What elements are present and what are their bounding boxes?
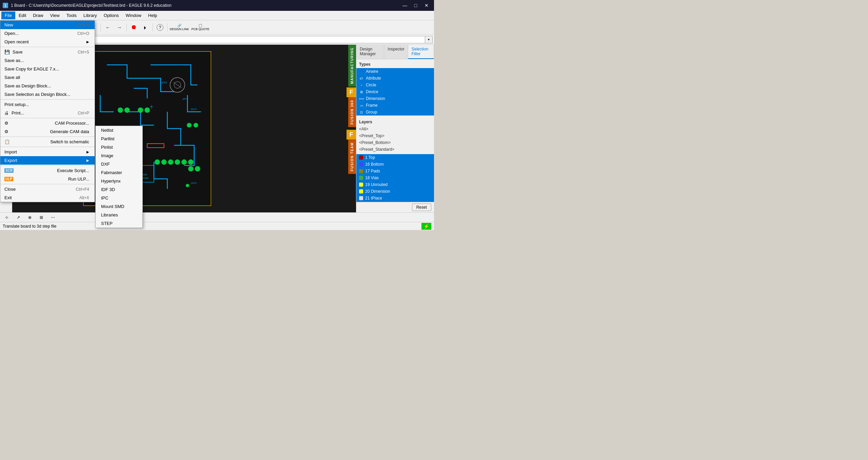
export-partlist[interactable]: Partlist [96, 134, 142, 143]
menu-item-edit[interactable]: Edit [15, 12, 29, 19]
file-menu-save-all[interactable]: Save all [0, 73, 95, 82]
svg-point-11 [181, 160, 187, 165]
menu-item-window[interactable]: Window [122, 12, 145, 19]
layer-21-tplace[interactable]: 21 tPlace [356, 195, 434, 202]
file-menu-print[interactable]: 🖨 Print... Ctrl+P [0, 109, 95, 117]
layer-20-dimension[interactable]: 20 Dimension [356, 188, 434, 195]
file-menu-generate-cam[interactable]: ⚙ Generate CAM data [0, 127, 95, 136]
layer-all[interactable]: <All> [356, 126, 434, 132]
minimize-button[interactable]: — [400, 1, 410, 10]
type-circle[interactable]: ○ Circle [356, 82, 434, 88]
file-menu-switch-schematic[interactable]: 📋 Switch to schematic [0, 138, 95, 146]
layer-preset-standard[interactable]: <Preset_Standard> [356, 146, 434, 153]
export-mount-smd[interactable]: Mount SMD [96, 202, 142, 211]
file-menu-run-ulp[interactable]: ULP Run ULP... [0, 175, 95, 183]
export-netlist[interactable]: Netlist [96, 126, 142, 134]
manufacturing-button[interactable]: MANUFACTURING [348, 45, 356, 87]
type-airwire[interactable]: 〜 Airwire [356, 68, 434, 75]
export-ipc[interactable]: IPC [96, 194, 142, 202]
layer-16-bottom[interactable]: 16 Bottom [356, 161, 434, 168]
back-button[interactable]: ← [102, 22, 113, 33]
layer-19-unrouted[interactable]: 19 Unrouted [356, 181, 434, 188]
type-device[interactable]: ⊞ Device [356, 88, 434, 95]
tab-inspector[interactable]: Inspector [384, 45, 408, 59]
file-menu-print-setup-label: Print setup... [4, 102, 29, 107]
layer-18-vias-dot [359, 176, 363, 180]
type-group[interactable]: ⊡ Group [356, 109, 434, 116]
file-menu-print-setup[interactable]: Print setup... [0, 100, 95, 109]
fusion-f1-button[interactable]: F [347, 87, 356, 97]
export-image[interactable]: Image [96, 151, 142, 160]
fusion-team-button[interactable]: FUSION TEAM [348, 140, 356, 174]
layer-17-pads[interactable]: 17 Pads [356, 168, 434, 174]
status-bar: Translate board to 3d step file ⚡ [0, 222, 434, 230]
fusion-f2-button[interactable]: F [347, 130, 356, 140]
file-menu-new-label: New [4, 22, 13, 27]
type-frame[interactable]: ▭ Frame [356, 102, 434, 109]
export-hyperlynx[interactable]: Hyperlynx [96, 177, 142, 185]
menu-item-view[interactable]: View [47, 12, 63, 19]
layer-1-top[interactable]: 1 Top [356, 154, 434, 161]
reset-button[interactable]: Reset [412, 204, 431, 211]
svg-point-6 [144, 107, 150, 113]
menu-item-library[interactable]: Library [80, 12, 100, 19]
file-menu-save-design-block[interactable]: Save as Design Block... [0, 82, 95, 90]
type-dimension[interactable]: ⟺ Dimension [356, 95, 434, 102]
export-fabmaster[interactable]: Fabmaster [96, 168, 142, 177]
design-link-icon: 🔗 [177, 24, 181, 27]
lightning-button[interactable]: ⚡ [421, 223, 431, 230]
file-menu-execute-script-icon: SCR [4, 168, 14, 173]
file-menu-generate-cam-icon: ⚙ [4, 129, 8, 134]
export-step[interactable]: STEP [96, 219, 142, 228]
tab-design-manager[interactable]: Design Manager [356, 45, 384, 59]
stop-button[interactable]: ⏺ [129, 22, 139, 33]
bottom-tool1[interactable]: ⊹ [1, 212, 12, 223]
forward-button[interactable]: → [114, 22, 125, 33]
close-button[interactable]: ✕ [422, 1, 431, 10]
bottom-tool2[interactable]: ↗ [13, 212, 24, 223]
bottom-tool4[interactable]: ⊞ [36, 212, 47, 223]
file-menu-save[interactable]: 💾 Save Ctrl+S [0, 48, 95, 56]
menu-item-options[interactable]: Options [100, 12, 122, 19]
menu-item-file[interactable]: File [1, 12, 15, 19]
file-menu-save-copy[interactable]: Save Copy for EAGLE 7.x... [0, 65, 95, 73]
menu-item-draw[interactable]: Draw [29, 12, 46, 19]
design-link-button[interactable]: 🔗 DESIGN LINK [169, 22, 190, 33]
menu-item-help[interactable]: Help [145, 12, 161, 19]
fusion360-button[interactable]: FUSION 360 [348, 97, 356, 127]
export-idf3d[interactable]: IDF 3D [96, 185, 142, 194]
help-button[interactable]: ? [155, 22, 165, 33]
maximize-button[interactable]: □ [411, 1, 420, 10]
layer-preset-top[interactable]: <Preset_Top> [356, 132, 434, 139]
file-menu-cam[interactable]: ⚙ CAM Processor... [0, 119, 95, 127]
file-menu-save-shortcut: Ctrl+S [78, 50, 89, 55]
file-menu-cam-label: CAM Processor... [55, 121, 89, 126]
file-menu-save-as-label: Save as... [4, 58, 24, 63]
file-menu-open[interactable]: Open... Ctrl+O [0, 29, 95, 38]
bottom-expand[interactable]: ⋯ [47, 212, 58, 223]
export-libraries[interactable]: Libraries [96, 211, 142, 219]
group-icon: ⊡ [359, 110, 364, 114]
command-dropdown[interactable]: ▾ [425, 36, 433, 43]
file-menu-execute-script[interactable]: SCR Execute Script... [0, 166, 95, 175]
file-menu-new[interactable]: New Ctrl+N [0, 21, 95, 29]
pcb-quote-button[interactable]: 📋 PCB QUOTE [190, 22, 211, 33]
tab-selection-filter[interactable]: Selection Filter [408, 45, 434, 59]
export-pinlist[interactable]: Pinlist [96, 143, 142, 151]
menu-item-tools[interactable]: Tools [63, 12, 80, 19]
file-menu-save-selection[interactable]: Save Selection as Design Block... [0, 90, 95, 99]
file-menu-open-recent[interactable]: Open recent [0, 38, 95, 46]
layer-18-vias[interactable]: 18 Vias [356, 174, 434, 181]
type-attribute[interactable]: 🏷 Attribute [356, 75, 434, 82]
run-button[interactable]: ⏵ [140, 22, 151, 33]
file-menu-exit[interactable]: Exit Alt+X [0, 193, 95, 202]
file-menu-close[interactable]: Close Ctrl+F4 [0, 185, 95, 193]
file-menu-save-as[interactable]: Save as... [0, 56, 95, 65]
file-menu-import[interactable]: Import [0, 148, 95, 156]
file-menu-export[interactable]: Export [0, 156, 95, 165]
layer-preset-bottom[interactable]: <Preset_Bottom> [356, 139, 434, 146]
fusion360-label: FUSION 360 [350, 100, 354, 124]
bottom-tool3[interactable]: ⊕ [24, 212, 35, 223]
fusion-team-label: FUSION TEAM [350, 142, 354, 171]
export-dxf[interactable]: DXF [96, 160, 142, 168]
